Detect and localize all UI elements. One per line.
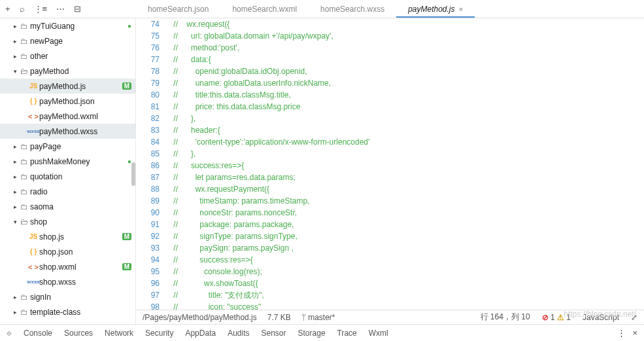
expand-arrow[interactable]: ▸ bbox=[12, 173, 18, 180]
tree-saoma[interactable]: ▸🗀saoma bbox=[0, 199, 135, 214]
line-number: 98 bbox=[136, 301, 160, 310]
tree-payMethod-json[interactable]: { }payMethod.json bbox=[0, 94, 135, 109]
expand-arrow[interactable]: ▸ bbox=[12, 53, 18, 60]
status-lang[interactable]: JavaScript bbox=[583, 313, 619, 322]
tree-template-class[interactable]: ▸🗀template-class bbox=[0, 304, 135, 319]
tree-payMethod-wxss[interactable]: wxsspayMethod.wxss bbox=[0, 124, 135, 139]
expand-arrow[interactable]: ▸ bbox=[12, 294, 18, 300]
statusbar: /Pages/payMethod/payMethod.js 7.7 KB ᛘ m… bbox=[136, 310, 644, 324]
modified-badge: M bbox=[122, 263, 131, 270]
line-number: 86 bbox=[136, 160, 160, 171]
comment-text: // nonceStr: params.nonceStr, bbox=[165, 208, 297, 217]
line-number: 91 bbox=[136, 219, 160, 230]
line-number: 83 bbox=[136, 124, 160, 136]
comment-text: // timeStamp: params.timeStamp, bbox=[165, 196, 309, 206]
tree-other[interactable]: ▸🗀other bbox=[0, 48, 135, 63]
devtab-wxml[interactable]: Wxml bbox=[369, 329, 388, 338]
status-problems[interactable]: ⊘ 1 ⚠ 1 bbox=[542, 313, 571, 322]
tree-label: payMethod.json bbox=[39, 97, 131, 106]
file-tree[interactable]: ▸🗀myTuiGuang●▸🗀newPage▸🗀other▾🗁payMethod… bbox=[0, 18, 136, 324]
devtab-storage[interactable]: Storage bbox=[298, 329, 326, 338]
expand-arrow[interactable]: ▸ bbox=[12, 204, 18, 210]
comment-text: // console.log(res); bbox=[165, 267, 262, 276]
expand-arrow[interactable]: ▸ bbox=[12, 158, 18, 165]
comment-text: // data:{ bbox=[165, 55, 211, 64]
inspect-icon[interactable]: ⟐ bbox=[7, 328, 12, 338]
fold-icon: 🗀 bbox=[18, 172, 30, 181]
tree-label: shop.json bbox=[39, 247, 131, 257]
tree-payMethod[interactable]: ▾🗁payMethod bbox=[0, 63, 135, 79]
devtab-trace[interactable]: Trace bbox=[337, 329, 357, 338]
toggle-tree-icon[interactable]: ⊟ bbox=[74, 4, 81, 14]
expand-arrow[interactable]: ▸ bbox=[12, 38, 18, 45]
tree-shop-json[interactable]: { }shop.json bbox=[0, 244, 135, 259]
scrollbar-thumb[interactable] bbox=[131, 162, 135, 186]
expand-arrow[interactable]: ▸ bbox=[12, 188, 18, 195]
tab-homeSearch-wxml[interactable]: homeSearch.wxml bbox=[220, 0, 309, 18]
devtools-more-icon[interactable]: ⋮ bbox=[617, 328, 626, 338]
code-area[interactable]: // wx.request({ // url: globalData.domai… bbox=[165, 18, 644, 310]
devtab-appdata[interactable]: AppData bbox=[185, 329, 216, 338]
devtab-sources[interactable]: Sources bbox=[64, 329, 93, 338]
tree-template-navHead[interactable]: ▸🗀template-navHead bbox=[0, 319, 135, 324]
add-icon[interactable]: + bbox=[5, 4, 10, 14]
tree-myTuiGuang[interactable]: ▸🗀myTuiGuang● bbox=[0, 18, 135, 33]
tree-shop-js[interactable]: JSshop.jsM bbox=[0, 229, 135, 244]
expand-icon[interactable]: ⤢ bbox=[631, 313, 637, 322]
tree-radio[interactable]: ▸🗀radio bbox=[0, 184, 135, 199]
tree-quotation[interactable]: ▸🗀quotation bbox=[0, 169, 135, 184]
devtab-security[interactable]: Security bbox=[145, 329, 173, 338]
tree-label: other bbox=[30, 52, 131, 61]
tree-label: shop bbox=[30, 217, 131, 226]
expand-arrow[interactable]: ▸ bbox=[12, 309, 18, 315]
tree-label: quotation bbox=[30, 172, 131, 181]
devtab-audits[interactable]: Audits bbox=[228, 329, 249, 338]
status-branch[interactable]: ᛘ master* bbox=[301, 313, 335, 322]
expand-arrow[interactable]: ▸ bbox=[12, 143, 18, 150]
comment-text: // success:res=>{ bbox=[165, 255, 253, 264]
tree-shop-wxss[interactable]: wxssshop.wxss bbox=[0, 274, 135, 289]
fold-open-icon: 🗁 bbox=[18, 217, 30, 226]
devtab-sensor[interactable]: Sensor bbox=[262, 329, 286, 338]
tree-label: pushMakeMoney bbox=[30, 157, 127, 166]
fold-icon: 🗀 bbox=[18, 157, 30, 166]
status-size: 7.7 KB bbox=[267, 313, 291, 322]
status-path: /Pages/payMethod/payMethod.js bbox=[143, 313, 257, 322]
tree-label: shop.js bbox=[39, 232, 122, 242]
line-number: 95 bbox=[136, 266, 160, 278]
search-icon[interactable]: ⌕ bbox=[20, 4, 25, 14]
modified-badge: M bbox=[122, 233, 131, 240]
tree-newPage[interactable]: ▸🗀newPage bbox=[0, 33, 135, 48]
comment-text: // title:this.data.classMsg.title, bbox=[165, 90, 291, 99]
code-editor[interactable]: 7475767778798081828384858687888990919293… bbox=[136, 18, 644, 310]
tree-pushMakeMoney[interactable]: ▸🗀pushMakeMoney● bbox=[0, 154, 135, 169]
expand-arrow[interactable]: ▸ bbox=[12, 23, 18, 29]
devtools-close-icon[interactable]: × bbox=[632, 328, 637, 338]
more-icon[interactable]: ⋯ bbox=[56, 4, 65, 14]
devtab-console[interactable]: Console bbox=[24, 329, 52, 338]
tree-payMethod-js[interactable]: JSpayMethod.jsM bbox=[0, 79, 135, 94]
devtools-tabs: ⟐ ConsoleSourcesNetworkSecurityAppDataAu… bbox=[0, 324, 644, 341]
tab-homeSearch-wxss[interactable]: homeSearch.wxss bbox=[309, 0, 396, 18]
tab-homeSearch-json[interactable]: homeSearch.json bbox=[136, 0, 220, 18]
tree-payMethod-wxml[interactable]: < >payMethod.wxml bbox=[0, 109, 135, 124]
expand-arrow[interactable]: ▾ bbox=[12, 68, 18, 75]
tree-shop[interactable]: ▾🗁shop bbox=[0, 214, 135, 229]
wxml-icon: < > bbox=[27, 113, 39, 120]
line-number: 79 bbox=[136, 77, 160, 89]
close-tab-icon[interactable]: × bbox=[459, 5, 463, 13]
comment-text: // success:res=>{ bbox=[165, 161, 244, 170]
expand-arrow[interactable]: ▾ bbox=[12, 219, 18, 225]
tab-payMethod-js[interactable]: payMethod.js× bbox=[396, 0, 475, 18]
wxss-icon: wxss bbox=[27, 279, 39, 285]
wxss-icon: wxss bbox=[27, 128, 39, 134]
tree-payPage[interactable]: ▸🗀payPage bbox=[0, 139, 135, 154]
expand-arrow[interactable]: ▸ bbox=[12, 324, 18, 325]
devtab-network[interactable]: Network bbox=[105, 329, 133, 338]
tree-shop-wxml[interactable]: < >shop.wxmlM bbox=[0, 259, 135, 274]
tree-signIn[interactable]: ▸🗀signIn bbox=[0, 289, 135, 304]
outline-icon[interactable]: ⋮≡ bbox=[34, 4, 48, 14]
js-icon: JS bbox=[27, 82, 39, 90]
comment-text: // icon: "success" bbox=[165, 302, 261, 310]
fold-icon: 🗀 bbox=[18, 22, 30, 31]
